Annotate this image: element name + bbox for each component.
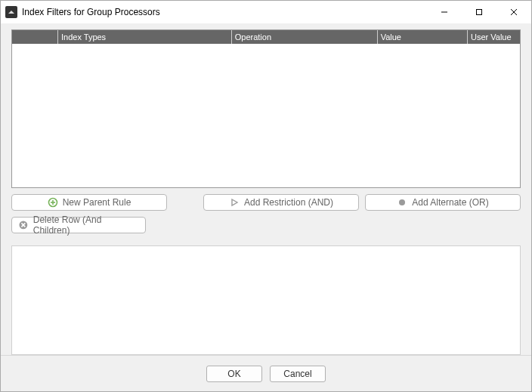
- delete-row-label: Delete Row (And Children): [33, 215, 139, 236]
- grid-header: Index Types Operation Value User Value: [12, 30, 520, 44]
- action-row-1: New Parent Rule Add Restriction (AND) Ad…: [11, 194, 521, 211]
- close-button[interactable]: [496, 1, 531, 23]
- plus-circle-icon: [48, 197, 58, 208]
- cancel-label: Cancel: [283, 369, 311, 379]
- add-alternate-label: Add Alternate (OR): [412, 197, 488, 208]
- maximize-button[interactable]: [462, 1, 496, 23]
- circle-icon: [397, 197, 407, 208]
- new-parent-rule-button[interactable]: New Parent Rule: [11, 194, 167, 211]
- x-circle-icon: [18, 220, 29, 230]
- svg-rect-1: [477, 10, 482, 15]
- grid-col-index-types[interactable]: Index Types: [57, 30, 231, 44]
- grid-body[interactable]: [12, 44, 520, 187]
- add-alternate-button[interactable]: Add Alternate (OR): [365, 194, 521, 211]
- ok-button[interactable]: OK: [206, 366, 262, 382]
- preview-panel[interactable]: [11, 245, 521, 355]
- action-row-2: Delete Row (And Children): [11, 217, 521, 233]
- add-restriction-button[interactable]: Add Restriction (AND): [203, 194, 359, 211]
- window-title: Index Filters for Group Processors: [22, 7, 160, 17]
- add-restriction-label: Add Restriction (AND): [244, 197, 333, 208]
- app-icon: [5, 6, 17, 18]
- cancel-button[interactable]: Cancel: [270, 366, 326, 382]
- grid-col-blank[interactable]: [12, 30, 57, 44]
- dialog-footer: OK Cancel: [1, 355, 531, 391]
- play-icon: [229, 197, 240, 208]
- grid-col-user-value[interactable]: User Value: [467, 30, 520, 44]
- new-parent-rule-label: New Parent Rule: [63, 197, 131, 208]
- grid-col-value[interactable]: Value: [377, 30, 467, 44]
- minimize-button[interactable]: [427, 1, 462, 23]
- grid-col-operation[interactable]: Operation: [231, 30, 377, 44]
- ok-label: OK: [227, 369, 240, 379]
- title-bar: Index Filters for Group Processors: [1, 1, 531, 23]
- dialog-content: Index Types Operation Value User Value N…: [1, 23, 531, 355]
- rules-grid[interactable]: Index Types Operation Value User Value: [11, 29, 521, 188]
- delete-row-button[interactable]: Delete Row (And Children): [11, 217, 146, 233]
- svg-point-7: [399, 199, 405, 205]
